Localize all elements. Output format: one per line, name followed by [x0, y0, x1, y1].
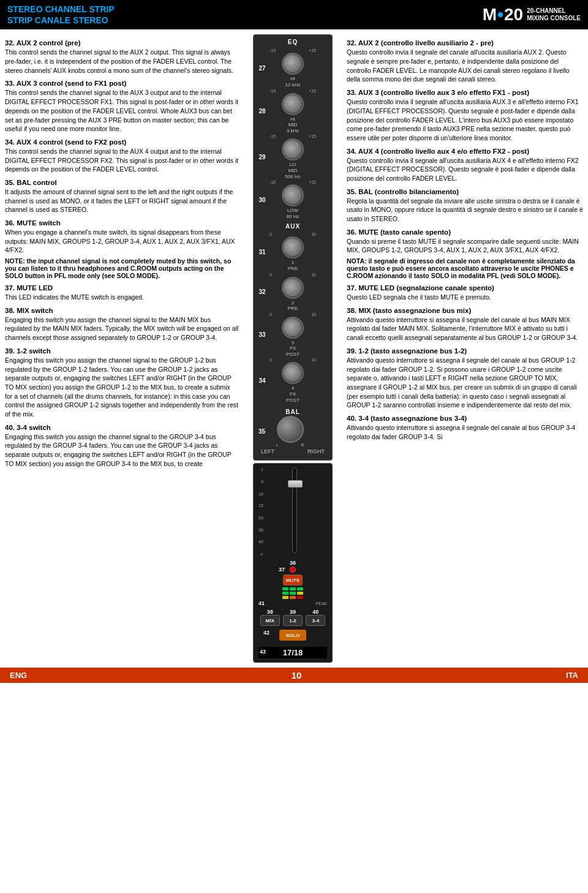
right-section-35: 35. BAL (controllo bilanciamento)Regola … — [347, 188, 583, 224]
knob-label: 4FXPOST — [286, 385, 300, 403]
knob-number: 28 — [256, 108, 268, 115]
section-body: Questo controllo invia il segnale all'us… — [347, 156, 583, 183]
bal-section: BAL 35 L R LEFT RIGHT — [256, 407, 330, 456]
knob-inner — [284, 364, 301, 382]
eq-knob[interactable] — [282, 53, 304, 75]
mute-num: 36 — [290, 560, 296, 566]
solo-button[interactable]: SOLO — [279, 630, 306, 641]
knob-inner — [284, 55, 301, 72]
section-body: It adjusts the amount of channel signal … — [5, 187, 239, 214]
section-heading: 35. BAL (controllo bilanciamento) — [347, 188, 583, 195]
eq-knob-row-30: 30 -15+15 LOW80 Hz — [256, 180, 330, 219]
led-num: 37 — [279, 567, 285, 573]
knob-wrap: 010 2PRE — [268, 273, 317, 312]
section-body: Attivando questo interruttore si assegna… — [347, 356, 583, 410]
eq-knob[interactable] — [282, 138, 304, 160]
eq-knob[interactable] — [282, 93, 304, 115]
right-section-34: 34. AUX 4 (controllo livello aux 4 e/o e… — [347, 148, 583, 183]
knob-number: 29 — [256, 154, 268, 160]
knob-label: LOMID500 Hz — [285, 162, 300, 179]
section-heading: 40. 3-4 switch — [5, 424, 239, 431]
knob-number: 30 — [256, 197, 268, 203]
eq-knob[interactable] — [282, 184, 304, 206]
fader-track[interactable] — [292, 467, 297, 553]
right-section-39: 39. 1-2 (tasto assegnazione bus 1-2)Atti… — [347, 347, 583, 410]
mix-button[interactable]: MIX — [260, 615, 280, 626]
led-green-4 — [282, 592, 288, 595]
knob-wrap: 010 3FXPOST — [268, 312, 317, 358]
logo-tagline: 20-CHANNEL MIXING CONSOLE — [527, 7, 581, 22]
btn-3-4[interactable]: 3-4 — [306, 615, 325, 626]
aux-label: AUX — [285, 223, 300, 230]
peak-label: PEAK — [315, 601, 327, 606]
led-green-2 — [290, 587, 296, 590]
right-section-33: 33. AUX 3 (controllo livello aux 3 e/o e… — [347, 89, 583, 142]
left-section-33: 33. AUX 3 control (send to FX1 post)This… — [5, 80, 239, 133]
aux-knob[interactable] — [282, 362, 304, 384]
mute-button[interactable]: MUTE — [283, 575, 303, 586]
knob-scale: -15+15 — [268, 48, 317, 53]
aux-knob-row-33: 33 010 3FXPOST — [256, 312, 330, 358]
aux-knob-row-32: 32 010 2PRE — [256, 273, 330, 312]
knob-wrap: -15+15 HI12 kHz — [268, 48, 317, 88]
left-section-38: 38. MIX switchEngaging this switch you a… — [5, 307, 239, 342]
knob-wrap: 010 4FXPOST — [268, 358, 317, 403]
left-column: 32. AUX 2 control (pre)This control send… — [5, 34, 244, 663]
eq-label: EQ — [288, 39, 298, 45]
right-section-40: 40. 3-4 (tasto assegnazione bus 3-4)Atti… — [347, 415, 583, 441]
fader-section: 1 5 10 15 20 30 40 ∞ — [253, 463, 333, 663]
knob-label: 3FXPOST — [286, 340, 300, 358]
section-heading: 39. 1-2 switch — [5, 347, 239, 355]
knob-scale: 010 — [268, 312, 317, 317]
right-section-37: 37. MUTE LED (segnalazione canale spento… — [347, 284, 583, 302]
section-body: Regola la quantità del segnale da inviar… — [347, 197, 583, 224]
header-title: STEREO CHANNEL STRIP STRIP CANALE STEREO — [7, 4, 115, 26]
led-row: 37 — [290, 567, 296, 573]
section-heading: 37. MUTE LED (segnalazione canale spento… — [347, 284, 583, 292]
led-meter: 41 PEAK — [258, 587, 327, 606]
knob-scale: 010 — [268, 273, 317, 277]
main-content: 32. AUX 2 control (pre)This control send… — [0, 29, 588, 663]
left-section-37: 37. MUTE LEDThis LED indicates the MUTE … — [5, 284, 239, 302]
knob-label: HIMID3 kHz — [287, 116, 299, 134]
knob-number: 33 — [256, 331, 268, 338]
knob-inner — [284, 239, 301, 256]
knob-label: 1PRE — [288, 260, 298, 271]
section-body: Engaging this switch you assign the chan… — [5, 315, 239, 342]
section-body: Quando si preme il tasto MUTE il segnale… — [347, 237, 583, 255]
footer-ita: ITA — [566, 671, 578, 680]
bal-knob[interactable] — [277, 416, 304, 443]
bal-number: 35 — [258, 428, 265, 435]
left-section-36: 36. MUTE switchWhen you engage a channel… — [5, 219, 239, 279]
left-section-32: 32. AUX 2 control (pre)This control send… — [5, 39, 239, 75]
section-body: Attivando questo interruttore si assegna… — [347, 315, 583, 342]
led-green-1 — [282, 587, 288, 590]
section-body: This control sends the channel signal to… — [5, 88, 239, 133]
fader-marks-right — [325, 467, 327, 556]
footer-page: 10 — [292, 670, 302, 680]
led-orange-1 — [290, 596, 296, 599]
right-section-38: 38. MIX (tasto assegnazione bus mix)Atti… — [347, 307, 583, 342]
section-heading: 34. AUX 4 (controllo livello aux 4 e/o e… — [347, 148, 583, 155]
fader-handle[interactable] — [288, 480, 303, 488]
page-footer: ENG 10 ITA — [0, 668, 588, 683]
knob-number: 32 — [256, 288, 268, 295]
knob-wrap: -15+15 LOW80 Hz — [268, 180, 317, 219]
btn-1-2[interactable]: 1-2 — [283, 615, 303, 626]
led-yellow-2 — [282, 596, 288, 599]
center-strip: EQ 27 -15+15 HI12 kHz 28 -15+15 HIMID3 k… — [244, 34, 342, 663]
section-body: This control sends the channel signal to… — [5, 48, 239, 75]
section-body: Questo controllo invia il segnale del ca… — [347, 48, 583, 84]
knob-scale: -15+15 — [268, 180, 317, 184]
section-heading: 36. MUTE switch — [5, 219, 239, 227]
left-section-35: 35. BAL controlIt adjusts the amount of … — [5, 179, 239, 214]
solo-row: 42 SOLO — [258, 628, 327, 642]
aux-knob[interactable] — [282, 317, 304, 339]
header-logo: M20 20-CHANNEL MIXING CONSOLE — [483, 5, 581, 24]
knob-number: 31 — [256, 249, 268, 255]
led-yellow-1 — [297, 592, 303, 595]
aux-knob[interactable] — [282, 236, 304, 258]
aux-knob[interactable] — [282, 277, 304, 299]
knob-wrap: 010 1PRE — [268, 232, 317, 271]
section-heading: 40. 3-4 (tasto assegnazione bus 3-4) — [347, 415, 583, 422]
